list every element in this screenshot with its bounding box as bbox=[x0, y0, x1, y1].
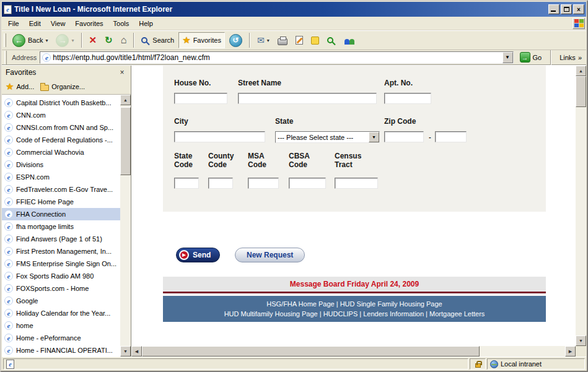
toolbar-grip[interactable] bbox=[4, 33, 6, 47]
footer-links-line1[interactable]: HSG/FHA Home Page | HUD Single Family Ho… bbox=[163, 300, 546, 308]
go-button[interactable]: → Go bbox=[517, 51, 545, 64]
favorite-item[interactable]: eESPN.com bbox=[2, 171, 120, 183]
favorite-item[interactable]: eFedTraveler.com E-Gov Trave... bbox=[2, 183, 120, 196]
favorites-label: Favorites bbox=[193, 37, 221, 44]
msa-code-input[interactable] bbox=[248, 178, 279, 189]
zip-plus4-input[interactable] bbox=[435, 131, 467, 142]
city-input[interactable] bbox=[174, 131, 265, 142]
address-input[interactable] bbox=[53, 53, 500, 63]
intranet-zone-icon bbox=[490, 360, 498, 368]
scroll-down-button[interactable]: ▼ bbox=[576, 335, 586, 346]
send-button[interactable]: ▶ Send bbox=[176, 248, 220, 262]
scroll-thumb[interactable] bbox=[120, 107, 131, 175]
address-bar: Address e ▼ → Go Links » bbox=[2, 50, 586, 65]
state-code-input[interactable] bbox=[174, 178, 199, 189]
census-tract-input[interactable] bbox=[335, 178, 378, 189]
county-code-input[interactable] bbox=[208, 178, 233, 189]
links-toolbar[interactable]: Links » bbox=[557, 54, 584, 61]
home-button[interactable]: ⌂ bbox=[117, 32, 131, 48]
favorite-item[interactable]: eFox Sports Radio AM 980 bbox=[2, 270, 120, 282]
mail-button[interactable]: ✉ ▾ bbox=[253, 32, 273, 48]
zip-code-input[interactable] bbox=[384, 131, 424, 142]
status-lock-panel bbox=[470, 358, 486, 370]
favorite-item[interactable]: ehome bbox=[2, 319, 120, 332]
menu-view[interactable]: View bbox=[46, 18, 71, 29]
stop-button[interactable]: ✕ bbox=[86, 32, 101, 48]
favorite-item[interactable]: eHoliday Calendar for the Year... bbox=[2, 307, 120, 319]
back-dropdown-icon[interactable]: ▾ bbox=[45, 38, 48, 43]
favorite-item[interactable]: eDivisions bbox=[2, 158, 120, 171]
favorite-item[interactable]: eFFIEC Home Page bbox=[2, 196, 120, 208]
page-vertical-scrollbar[interactable]: ▲ ▼ bbox=[576, 66, 586, 346]
add-favorite-button[interactable]: ★ Add... bbox=[6, 81, 34, 92]
favorite-item[interactable]: eCode of Federal Regulations -... bbox=[2, 134, 120, 146]
scroll-thumb[interactable] bbox=[576, 76, 586, 107]
send-label: Send bbox=[193, 251, 211, 259]
page-horizontal-scrollbar[interactable]: ◀ ▶ bbox=[131, 346, 576, 357]
footer-links-line2[interactable]: HUD Multifamily Housing Page | HUDCLIPS … bbox=[163, 310, 546, 318]
favorite-item[interactable]: eCNNSI.com from CNN and Sp... bbox=[2, 121, 120, 134]
favorite-item[interactable]: eCapital District Youth Basketb... bbox=[2, 97, 120, 109]
research-button[interactable] bbox=[323, 32, 340, 48]
street-name-input[interactable] bbox=[238, 93, 377, 104]
history-button[interactable]: ↺ bbox=[226, 32, 246, 48]
menu-tools[interactable]: Tools bbox=[108, 18, 134, 29]
favorite-item[interactable]: eFMS Enterprise Single Sign On... bbox=[2, 257, 120, 270]
scroll-left-button[interactable]: ◀ bbox=[131, 346, 142, 357]
address-favicon: e bbox=[42, 53, 51, 62]
messenger-button[interactable] bbox=[340, 32, 359, 48]
minimize-button[interactable] bbox=[548, 4, 559, 14]
maximize-button[interactable] bbox=[561, 4, 572, 14]
favorites-button[interactable]: ★ Favorites bbox=[178, 32, 225, 48]
scroll-up-button[interactable]: ▲ bbox=[120, 95, 131, 105]
links-label: Links bbox=[559, 54, 576, 61]
ie-favicon: e bbox=[4, 235, 13, 243]
forward-icon: → bbox=[56, 34, 69, 47]
search-button[interactable]: Search bbox=[138, 32, 178, 48]
back-button[interactable]: ← Back ▾ bbox=[9, 32, 51, 48]
new-request-button[interactable]: New Request bbox=[235, 248, 305, 262]
title-bar[interactable]: e Title I New Loan - Microsoft Internet … bbox=[2, 2, 586, 17]
favorites-panel-close-button[interactable]: × bbox=[117, 68, 127, 77]
favorite-item-selected[interactable]: eFHA Connection bbox=[2, 208, 120, 220]
favorite-item[interactable]: eHome - ePeformance bbox=[2, 332, 120, 344]
scroll-up-button[interactable]: ▲ bbox=[576, 66, 586, 76]
edit-button[interactable] bbox=[292, 32, 307, 48]
addressbar-grip[interactable] bbox=[4, 51, 7, 64]
favorite-item[interactable]: eFind Answers (Page 1 of 51) bbox=[2, 233, 120, 245]
menu-file[interactable]: File bbox=[3, 18, 24, 29]
apt-no-input[interactable] bbox=[384, 93, 431, 104]
favorite-item[interactable]: eFOXSports.com - Home bbox=[2, 282, 120, 295]
favorite-item[interactable]: efha mortgage limits bbox=[2, 220, 120, 233]
favorite-item[interactable]: eGoogle bbox=[2, 295, 120, 307]
refresh-button[interactable]: ↻ bbox=[101, 32, 116, 48]
discuss-button[interactable] bbox=[307, 32, 323, 48]
status-page-icon: e bbox=[6, 360, 14, 369]
state-select[interactable]: --- Please Select state --- ▼ bbox=[275, 131, 380, 143]
scroll-thumb[interactable] bbox=[142, 346, 480, 357]
mail-dropdown-icon[interactable]: ▾ bbox=[267, 38, 270, 43]
cbsa-code-input[interactable] bbox=[289, 178, 326, 189]
favorite-label: Code of Federal Regulations -... bbox=[16, 136, 113, 144]
menu-help[interactable]: Help bbox=[134, 18, 158, 29]
menu-edit[interactable]: Edit bbox=[24, 18, 46, 29]
close-button[interactable]: × bbox=[573, 4, 584, 14]
links-chevron-icon[interactable]: » bbox=[578, 54, 582, 61]
favorites-scrollbar[interactable]: ▲ ▼ bbox=[120, 95, 131, 357]
favorite-item[interactable]: eFirst Preston Management, In... bbox=[2, 245, 120, 257]
favorite-item[interactable]: eCNN.com bbox=[2, 109, 120, 121]
scroll-right-button[interactable]: ▶ bbox=[565, 346, 576, 357]
select-arrow-icon[interactable]: ▼ bbox=[369, 132, 379, 142]
menu-favorites[interactable]: Favorites bbox=[70, 18, 108, 29]
favorite-item[interactable]: eHome - FINANCIAL OPERATI... bbox=[2, 344, 120, 357]
house-no-input[interactable] bbox=[174, 93, 227, 104]
scroll-down-button[interactable]: ▼ bbox=[120, 346, 131, 357]
favorite-item[interactable]: eCommercial Wachovia bbox=[2, 146, 120, 158]
print-button[interactable] bbox=[274, 32, 291, 48]
address-dropdown-button[interactable]: ▼ bbox=[502, 52, 513, 63]
favorite-label: ESPN.com bbox=[16, 173, 50, 181]
ie-page-icon: e bbox=[4, 5, 12, 14]
forward-button[interactable]: → ▾ bbox=[52, 32, 77, 48]
organize-favorites-button[interactable]: Organize... bbox=[40, 83, 85, 91]
status-main-panel: e bbox=[3, 358, 468, 370]
